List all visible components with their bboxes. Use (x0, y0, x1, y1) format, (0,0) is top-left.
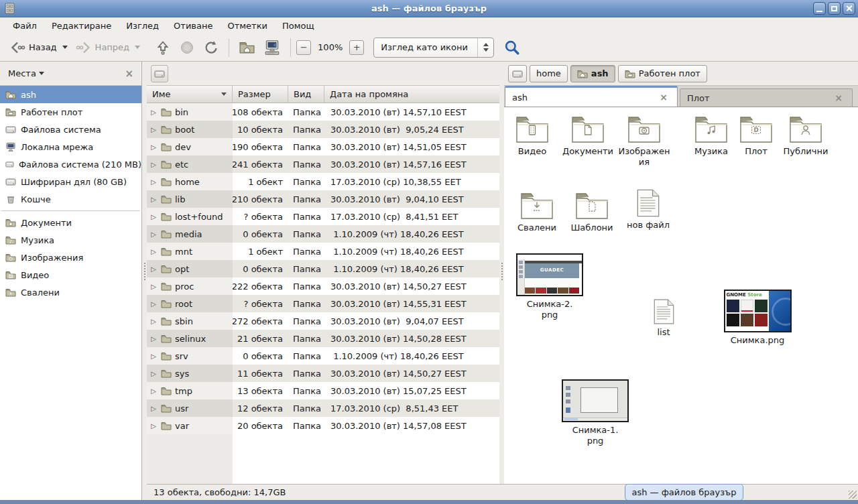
tree-row[interactable]: ▷ usr 12 обекта Папка 17.03.2010 (ср) 8,… (147, 399, 499, 417)
tree-row[interactable]: ▷ mnt 1 обект Папка 1.10.2009 (чт) 18,40… (147, 243, 499, 260)
tree-row[interactable]: ▷ lost+found ? обекта Папка 17.03.2010 (… (147, 208, 499, 225)
folder-item-templates[interactable]: Шаблони (564, 190, 619, 233)
zoom-in-button[interactable]: + (349, 40, 364, 55)
menu-help[interactable]: Помощ (276, 19, 320, 32)
menu-file[interactable]: Файл (7, 19, 43, 32)
menu-go[interactable]: Отиване (168, 19, 219, 32)
tree-row[interactable]: ▷ sbin 272 обекта Папка 30.03.2010 (вт) … (147, 312, 499, 330)
expander-icon[interactable]: ▷ (149, 335, 158, 342)
minimize-button[interactable] (813, 2, 826, 15)
expander-icon[interactable]: ▷ (149, 248, 158, 255)
expander-icon[interactable]: ▷ (149, 178, 158, 186)
folder-item-pictures[interactable]: Изображен ия (615, 114, 673, 168)
sidebar-close-button[interactable]: × (122, 68, 136, 80)
tree-row[interactable]: ▷ tmp 13 обекта Папка 30.03.2010 (вт) 15… (147, 382, 499, 399)
sidebar-place-item[interactable]: Кошче (0, 190, 141, 208)
file-item-new-file[interactable]: нов файл (622, 189, 674, 231)
sidebar-selector-chevron-icon[interactable] (39, 72, 44, 75)
window-list-button[interactable]: ash — файлов браузър (625, 484, 743, 501)
tree-row[interactable]: ▷ boot 10 обекта Папка 30.03.2010 (вт) 9… (147, 121, 499, 138)
column-header-size[interactable]: Размер (233, 86, 288, 103)
image-item-snimka1[interactable]: Снимка-1. png (560, 379, 630, 446)
menu-view[interactable]: Изглед (120, 19, 165, 32)
forward-button[interactable]: Напред (72, 37, 144, 58)
path-home-button[interactable]: home (530, 65, 568, 82)
tree-row[interactable]: ▷ media 0 обекта Папка 1.10.2009 (чт) 18… (147, 225, 499, 243)
tab-close-icon[interactable]: × (832, 92, 845, 103)
up-button[interactable] (151, 37, 175, 58)
sidebar-place-item[interactable]: Шифриран дял (80 GB) (0, 173, 141, 190)
expander-icon[interactable]: ▷ (149, 283, 158, 290)
sidebar-bookmark-item[interactable]: Документи (0, 214, 141, 231)
sidebar-place-item[interactable]: Работен плот (0, 103, 141, 121)
expander-icon[interactable]: ▷ (149, 422, 158, 430)
sidebar-place-item[interactable]: ash (0, 86, 141, 103)
path-current-button[interactable]: ash (570, 65, 615, 82)
expander-icon[interactable]: ▷ (149, 387, 158, 395)
tree-row[interactable]: ▷ opt 0 обекта Папка 1.10.2009 (чт) 18,4… (147, 260, 499, 277)
tree-row[interactable]: ▷ lib 210 обекта Папка 30.03.2010 (вт) 9… (147, 190, 499, 208)
column-header-name[interactable]: Име (147, 86, 233, 103)
expander-icon[interactable]: ▷ (149, 405, 158, 412)
sidebar-title[interactable]: Места (5, 68, 36, 78)
resize-grip[interactable] (849, 491, 857, 499)
back-history-chevron-icon[interactable] (62, 46, 68, 49)
tree-row[interactable]: ▷ proc 222 обекта Папка 30.03.2010 (вт) … (147, 277, 499, 295)
tree-row[interactable]: ▷ selinux 21 обекта Папка 30.03.2010 (вт… (147, 330, 499, 347)
expander-icon[interactable]: ▷ (149, 318, 158, 325)
path-desktop-button[interactable]: Работен плот (618, 65, 707, 82)
folder-item-desktop[interactable]: Плот (732, 114, 780, 157)
tree-row[interactable]: ▷ var 20 обекта Папка 30.03.2010 (вт) 14… (147, 417, 499, 434)
tree-row[interactable]: ▷ home 1 обект Папка 17.03.2010 (ср) 10,… (147, 173, 499, 190)
folder-item-public[interactable]: Публични (778, 114, 834, 157)
tab-plot[interactable]: Плот × (680, 88, 853, 107)
root-location-button[interactable] (151, 65, 168, 82)
pane-resize-handle[interactable] (499, 62, 504, 500)
sidebar-place-item[interactable]: Файлова система (210 MB) (0, 155, 141, 173)
column-header-date[interactable]: Дата на промяна (324, 86, 499, 103)
expander-icon[interactable]: ▷ (149, 126, 158, 133)
file-item-list[interactable]: list (644, 299, 684, 338)
sidebar-bookmark-item[interactable]: Изображения (0, 249, 141, 266)
folder-item-music[interactable]: Музика (685, 114, 737, 157)
tree-row[interactable]: ▷ etc 241 обекта Папка 30.03.2010 (вт) 1… (147, 155, 499, 173)
folder-item-video[interactable]: Видео (506, 114, 558, 157)
expander-icon[interactable]: ▷ (149, 109, 158, 116)
expander-icon[interactable]: ▷ (149, 231, 158, 238)
folder-item-downloads[interactable]: Свалени (510, 190, 564, 233)
expander-icon[interactable]: ▷ (149, 161, 158, 168)
reload-button[interactable] (199, 37, 223, 58)
expander-icon[interactable]: ▷ (149, 196, 158, 203)
search-button[interactable] (499, 36, 525, 59)
sidebar-bookmark-item[interactable]: Свалени (0, 284, 141, 301)
menu-bookmarks[interactable]: Отметки (221, 19, 273, 32)
expander-icon[interactable]: ▷ (149, 300, 158, 308)
column-header-type[interactable]: Вид (288, 86, 324, 103)
expander-icon[interactable]: ▷ (149, 265, 158, 273)
tree-row[interactable]: ▷ root ? обекта Папка 30.03.2010 (вт) 14… (147, 295, 499, 312)
sidebar-bookmark-item[interactable]: Музика (0, 231, 141, 249)
tree-row[interactable]: ▷ sys 11 обекта Папка 30.03.2010 (вт) 14… (147, 365, 499, 382)
folder-item-documents[interactable]: Документи (559, 114, 617, 157)
zoom-out-button[interactable]: − (296, 40, 311, 55)
expander-icon[interactable]: ▷ (149, 143, 158, 151)
close-button[interactable] (843, 2, 855, 15)
maximize-button[interactable] (828, 2, 841, 15)
expander-icon[interactable]: ▷ (149, 213, 158, 220)
tree-row[interactable]: ▷ dev 190 обекта Папка 30.03.2010 (вт) 1… (147, 138, 499, 155)
image-item-snimka[interactable]: GNOME Store Снимка.png (722, 290, 793, 346)
tree-row[interactable]: ▷ bin 108 обекта Папка 30.03.2010 (вт) 1… (147, 103, 499, 121)
path-root-button[interactable] (508, 65, 527, 82)
sidebar-place-item[interactable]: Файлова система (0, 121, 141, 138)
back-button[interactable]: Назад (5, 37, 72, 58)
tree-row[interactable]: ▷ srv 0 обекта Папка 1.10.2009 (чт) 18,4… (147, 347, 499, 365)
home-button[interactable] (235, 36, 259, 58)
menu-edit[interactable]: Редактиране (46, 19, 117, 32)
image-item-snimka2[interactable]: GUADEC Снимка-2. png (515, 253, 585, 320)
view-mode-select[interactable]: Изглед като икони (373, 38, 494, 58)
computer-button[interactable] (259, 36, 285, 59)
sidebar-bookmark-item[interactable]: Видео (0, 266, 141, 284)
expander-icon[interactable]: ▷ (149, 370, 158, 377)
sidebar-place-item[interactable]: Локална мрежа (0, 138, 141, 155)
tab-ash[interactable]: ash × (505, 86, 678, 107)
